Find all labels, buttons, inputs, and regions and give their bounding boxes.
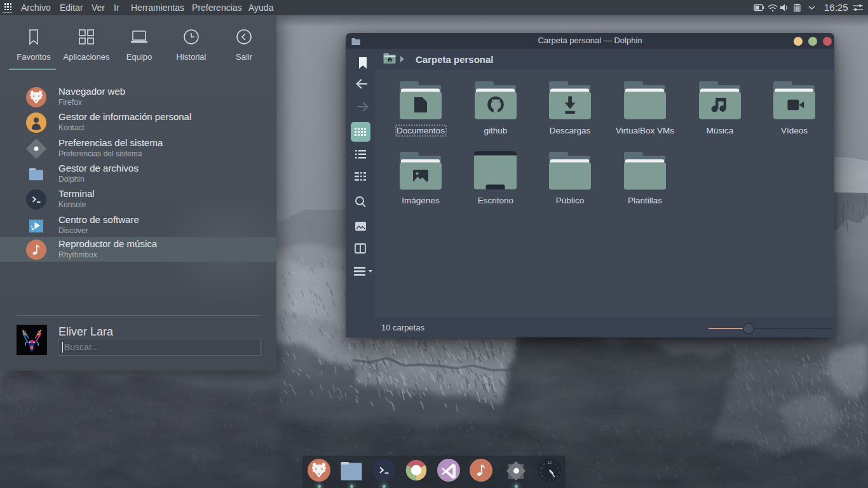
svg-text:Público: Público [556,196,584,205]
svg-text:Vídeos: Vídeos [781,126,808,135]
svg-text:10: 10 [540,466,543,470]
svg-text:Música: Música [707,126,734,135]
svg-text:VirtualBox VMs: VirtualBox VMs [616,126,674,135]
svg-text:Descargas: Descargas [550,126,591,135]
svg-text:Escritorio: Escritorio [478,196,513,205]
svg-text:github: github [484,126,508,135]
svg-text:12: 12 [548,461,552,464]
svg-text:Imágenes: Imágenes [402,196,440,205]
svg-text:Plantillas: Plantillas [628,196,662,205]
svg-text:Documentos: Documentos [397,126,445,135]
